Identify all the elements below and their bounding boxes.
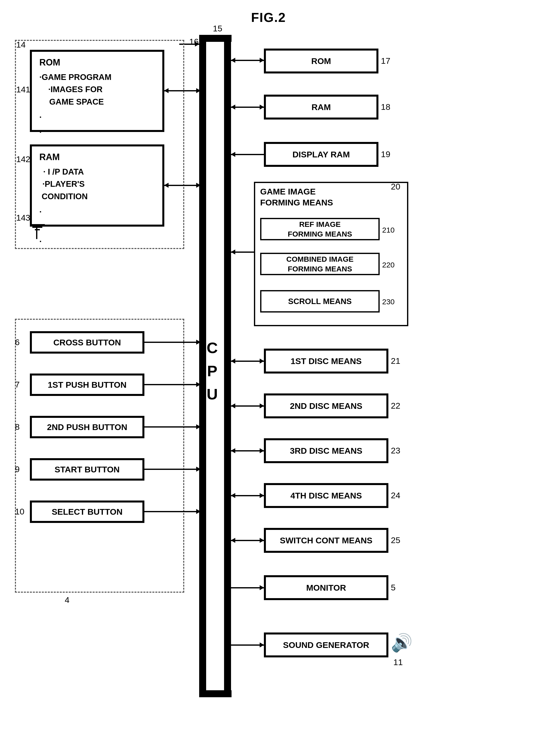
- ref-141: 141: [16, 85, 30, 94]
- ref-4: 4: [65, 595, 69, 605]
- ref-143: 143: [16, 213, 30, 223]
- rom-storage-box: ROM ·GAME PROGRAM·IMAGES FOR GAME SPACE …: [30, 50, 164, 132]
- monitor-box: MONITOR: [264, 575, 389, 600]
- arrow-push2: [145, 426, 200, 428]
- disc3-box: 3RD DISC MEANS: [264, 438, 389, 463]
- ref-220: 220: [382, 261, 394, 269]
- ref-21: 21: [391, 356, 400, 366]
- ref-15: 15: [213, 24, 222, 33]
- sound-gen-box: SOUND GENERATOR: [264, 633, 389, 657]
- ram-title: RAM: [39, 151, 60, 163]
- disc2-box: 2ND DISC MEANS: [264, 394, 389, 418]
- combined-image-box: COMBINED IMAGEFORMING MEANS: [260, 253, 380, 275]
- arrow-cpu-disc4: [231, 495, 264, 496]
- cpu-bar-top: [199, 35, 231, 42]
- arrow-select: [145, 511, 200, 512]
- ref-22: 22: [391, 401, 400, 411]
- ref-17: 17: [381, 56, 391, 66]
- game-image-outer-box: GAME IMAGEFORMING MEANS REF IMAGEFORMING…: [254, 182, 408, 326]
- ref-23: 23: [391, 446, 400, 455]
- ref-7: 7: [15, 380, 20, 390]
- cpu-bar-right: [224, 35, 231, 697]
- ram-content: · I /P DATA·PLAYER'S CONDITION: [39, 166, 88, 203]
- rom-title: ROM: [39, 57, 60, 68]
- ref-142: 142: [16, 154, 30, 164]
- arrow-cpu-monitor: [231, 587, 264, 588]
- ref-image-box: REF IMAGEFORMING MEANS: [260, 218, 380, 240]
- arrow-cross-btn: [145, 342, 200, 343]
- ref-5: 5: [391, 583, 395, 592]
- arrow-cpu-sound: [231, 645, 264, 646]
- display-ram-box: DISPLAY RAM: [264, 142, 378, 167]
- game-image-title: GAME IMAGEFORMING MEANS: [260, 186, 333, 208]
- ref-18: 18: [381, 102, 391, 112]
- push2-box: 2ND PUSH BUTTON: [30, 416, 145, 438]
- input-dashed-box: [15, 319, 184, 593]
- cpu-bar-left: [199, 35, 206, 697]
- cpu-bar-bottom: [199, 690, 231, 697]
- ref-20: 20: [391, 182, 400, 191]
- ref-25: 25: [391, 535, 400, 545]
- ref-6: 6: [15, 337, 20, 347]
- ref-9: 9: [15, 464, 20, 474]
- arrow-ram-cpu: [164, 185, 200, 186]
- arrow-rom-cpu: [164, 90, 200, 91]
- arrow-cpu-gimg: [231, 251, 254, 253]
- speaker-icon: 🔊: [391, 633, 413, 653]
- push1-box: 1ST PUSH BUTTON: [30, 373, 145, 396]
- ram-box: RAM: [264, 95, 378, 119]
- ref-24: 24: [391, 490, 400, 500]
- switch-cont-box: SWITCH CONT MEANS: [264, 528, 389, 553]
- arrow-push1: [145, 384, 200, 385]
- ref-14: 14: [16, 40, 26, 50]
- arrow-cpu-disc2: [231, 405, 264, 407]
- arrow-cpu-rom: [231, 60, 264, 61]
- arrow-cpu-ram: [231, 106, 264, 108]
- ref-210: 210: [382, 226, 394, 234]
- select-btn-box: SELECT BUTTON: [30, 500, 145, 523]
- arrow-cpu-disc3: [231, 450, 264, 451]
- scroll-means-box: SCROLL MEANS: [260, 290, 380, 313]
- cross-btn-box: CROSS BUTTON: [30, 331, 145, 354]
- ref-10: 10: [15, 507, 24, 517]
- ground-vert: [36, 225, 37, 239]
- ref-11: 11: [393, 657, 403, 667]
- ref-230: 230: [382, 298, 394, 306]
- ref-8: 8: [15, 422, 20, 432]
- ground-line2: [32, 227, 42, 228]
- rom-box: ROM: [264, 49, 378, 73]
- ground-line3: [35, 229, 40, 230]
- cpu-label: CPU: [207, 336, 218, 406]
- ram-storage-box: RAM · I /P DATA·PLAYER'S CONDITION ···: [30, 145, 164, 227]
- start-btn-box: START BUTTON: [30, 458, 145, 481]
- ground-line1: [30, 224, 45, 225]
- arrow-cpu-switch: [231, 540, 264, 541]
- disc1-box: 1ST DISC MEANS: [264, 349, 389, 373]
- rom-content: ·GAME PROGRAM·IMAGES FOR GAME SPACE: [39, 71, 111, 108]
- disc4-box: 4TH DISC MEANS: [264, 483, 389, 508]
- arrow-cpu-disc1: [231, 360, 264, 362]
- figure-title: FIG.2: [251, 10, 286, 25]
- arrow-cpu-dram: [231, 154, 264, 155]
- arrow-start: [145, 469, 200, 470]
- ref-19: 19: [381, 149, 391, 159]
